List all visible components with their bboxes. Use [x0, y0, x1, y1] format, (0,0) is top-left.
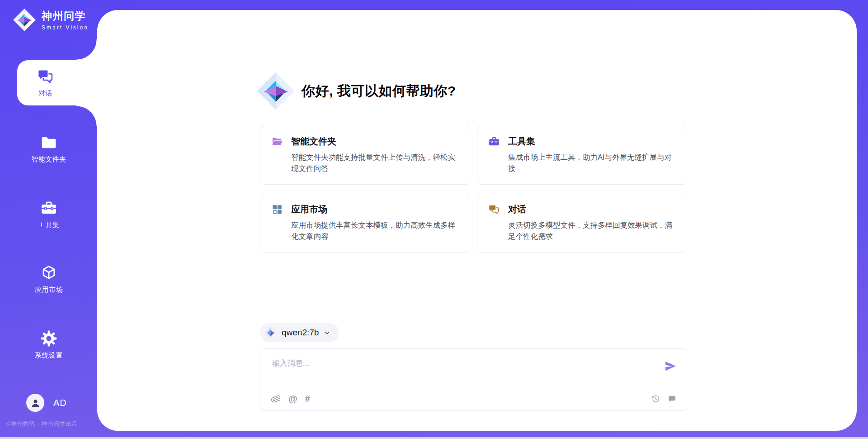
message-composer: @ # — [260, 348, 687, 411]
card-description: 集成市场上主流工具，助力AI与外界无缝扩展与对接 — [508, 152, 676, 174]
sidebar-item-label: 对话 — [38, 89, 52, 98]
window-bottom-edge — [0, 437, 868, 439]
greeting: 你好, 我可以如何帮助你? — [256, 72, 456, 110]
composer-tools-left: @ # — [271, 394, 310, 404]
card-smart-folder[interactable]: 智能文件夹 智能文件夹功能支持批量文件上传与清洗，轻松实现文件问答 — [260, 126, 470, 185]
comment-icon[interactable] — [667, 394, 677, 404]
message-input[interactable] — [271, 357, 635, 380]
tab-curve-top — [76, 39, 97, 60]
card-toolset[interactable]: 工具集 集成市场上主流工具，助力AI与外界无缝扩展与对接 — [477, 126, 687, 185]
send-icon — [664, 360, 677, 372]
cube-icon — [40, 264, 57, 282]
sidebar-item-smart-folder[interactable]: 智能文件夹 — [4, 134, 94, 164]
chevron-down-icon — [323, 329, 331, 337]
card-app-market[interactable]: 应用市场 应用市场提供丰富长文本模板，助力高效生成多样化文章内容 — [260, 194, 470, 253]
user-account[interactable]: AD — [26, 394, 67, 412]
open-folder-icon — [271, 136, 283, 148]
brand: 神州问学 Smart Vision — [13, 8, 89, 32]
main-panel: 你好, 我可以如何帮助你? 智能文件夹 智能文件夹功能支持批量文件上传与清洗，轻… — [97, 10, 857, 431]
model-selector[interactable]: qwen2:7b — [260, 323, 339, 342]
mention-icon[interactable]: @ — [288, 394, 297, 404]
send-button[interactable] — [664, 360, 677, 372]
model-name: qwen2:7b — [282, 328, 319, 338]
history-icon[interactable] — [651, 394, 660, 404]
sidebar-item-label: 智能文件夹 — [31, 155, 66, 164]
card-title: 智能文件夹 — [291, 135, 336, 148]
toolbox-icon — [40, 200, 57, 217]
user-initials: AD — [53, 398, 67, 408]
card-title: 应用市场 — [291, 203, 327, 215]
sidebar-item-app-market[interactable]: 应用市场 — [4, 264, 94, 294]
attachment-icon[interactable] — [271, 394, 281, 404]
brand-text: 神州问学 Smart Vision — [42, 9, 89, 31]
assistant-logo-icon — [256, 72, 295, 110]
sidebar-item-label: 系统设置 — [35, 351, 63, 360]
copyright-footer: ©神州数码 · 神州问学出品 — [6, 420, 78, 428]
composer-tools-right — [651, 394, 677, 404]
card-title: 工具集 — [508, 135, 535, 148]
card-description: 智能文件夹功能支持批量文件上传与清洗，轻松实现文件问答 — [291, 152, 459, 174]
composer-divider — [267, 384, 680, 384]
sidebar-item-settings[interactable]: 系统设置 — [4, 330, 94, 360]
chat-icon — [37, 68, 54, 85]
greeting-title: 你好, 我可以如何帮助你? — [302, 82, 456, 100]
grid-icon — [271, 204, 283, 215]
card-title: 对话 — [508, 203, 526, 215]
sidebar-item-chat[interactable]: 对话 — [17, 60, 97, 105]
brand-subtitle: Smart Vision — [42, 24, 89, 31]
brand-logo-icon — [13, 8, 36, 32]
card-description: 应用市场提供丰富长文本模板，助力高效生成多样化文章内容 — [291, 220, 459, 242]
toolbox-icon — [488, 136, 500, 148]
avatar — [26, 394, 44, 412]
sidebar-item-label: 应用市场 — [35, 286, 63, 294]
chat-icon — [488, 204, 500, 215]
card-description: 灵活切换多模型文件，支持多样回复效果调试，满足个性化需求 — [508, 220, 676, 242]
model-logo-icon — [264, 326, 277, 339]
person-icon — [30, 397, 41, 409]
hashtag-icon[interactable]: # — [305, 394, 310, 404]
sidebar-item-toolset[interactable]: 工具集 — [4, 200, 94, 229]
gear-icon — [40, 330, 57, 347]
feature-cards: 智能文件夹 智能文件夹功能支持批量文件上传与清洗，轻松实现文件问答 工具集 集成… — [260, 126, 687, 253]
brand-name: 神州问学 — [42, 9, 89, 23]
folder-icon — [40, 134, 57, 151]
app-root: 神州问学 Smart Vision 对话 智能文件夹 — [0, 0, 868, 439]
card-chat[interactable]: 对话 灵活切换多模型文件，支持多样回复效果调试，满足个性化需求 — [477, 194, 687, 253]
tab-curve-bottom — [76, 105, 97, 126]
sidebar-item-label: 工具集 — [38, 221, 60, 229]
